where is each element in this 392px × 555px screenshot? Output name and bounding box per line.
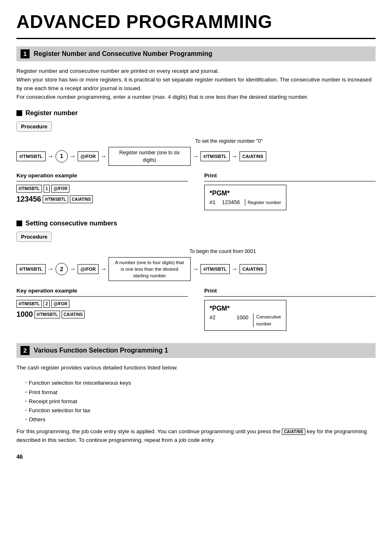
small-box-for1: @/FOR [51,185,69,193]
flow2-key4: CA/AT/NS [240,264,266,274]
example-print-row1: Key operation example #/TM/SBTL 1 @/FOR … [16,172,376,210]
small-box-htm1: #/TM/SBTL [16,185,42,193]
key-op-value1: 123456 [16,194,41,205]
print-num1: #1 [210,198,215,207]
key-op-line1-1: #/TM/SBTL 1 @/FOR [16,185,188,193]
flow2-key1: #/TM/SBTL [16,264,46,274]
flow1-rect: Register number (one to six digits) [108,147,191,166]
small-box-htm3: #/TM/SBTL [16,300,42,308]
flow2-circle: 2 [55,263,68,275]
flow1-arrow5: → [231,151,238,161]
print-value1: 123456 [222,198,240,207]
footer-key: CA/AT/NS [282,429,305,435]
section1-number: 1 [21,49,30,58]
print-pgm1: *PGM* [210,188,281,198]
flow1-key3: #/TM/SBTL [201,151,230,162]
flow2-key2: @/FOR [78,264,99,274]
section2-number: 2 [21,346,30,355]
flow2-key3: #/TM/SBTL [201,264,230,274]
diagram1: To set the register number "0" #/TM/SBTL… [16,137,376,166]
flow1-arrow2: → [69,151,76,161]
subsection2-title: Setting consecutive numbers [16,218,376,228]
flow2-arrow5: → [231,264,238,274]
section1-header: 1 Register Number and Consecutive Number… [16,46,376,61]
key-op-line2-2: 1000 #/TM/SBTL CA/AT/NS [16,309,188,320]
intro-line1: Register number and consecutive number a… [16,67,376,76]
print-header2: Print [204,287,376,297]
key-op-value2: 1000 [16,309,33,320]
print-value2: 1000 [237,313,249,322]
small-box-for2: @/FOR [51,300,69,308]
procedure-badge-2: Procedure [16,232,52,242]
diagram2-label: To begin the count from 0001 [70,248,376,255]
flow1-key2: @/FOR [78,151,99,162]
procedure-badge-1: Procedure [16,121,52,132]
example-print-row2: Key operation example #/TM/SBTL 2 @/FOR … [16,287,376,331]
flow2-arrow2: → [69,264,76,274]
flow1-circle: 1 [55,150,68,163]
small-box-2: 2 [44,300,50,308]
example-col2: Key operation example #/TM/SBTL 2 @/FOR … [16,287,188,331]
small-box-1: 1 [44,185,50,193]
print-header1: Print [204,172,376,181]
intro-line2: When your store has two or more register… [16,76,376,93]
section2-footer: For this programming, the job code entry… [16,427,376,445]
small-box-caans1: CA/AT/NS [70,195,93,203]
bullet4: Function selection for tax [23,406,376,415]
section2-title: Various Function Selection Programming 1 [34,346,168,355]
key-op-line1-2: 123456 #/TM/SBTL CA/AT/NS [16,194,188,205]
subsection2: Setting consecutive numbers Procedure To… [16,218,376,331]
small-box-htm2: #/TM/SBTL [43,195,68,203]
small-box-caans2: CA/AT/NS [62,311,85,318]
bullet5: Others [23,416,376,424]
bullet2: Print format [23,388,376,397]
flow1-arrow4: → [192,151,199,161]
bullet1: Function selection for miscellaneous key… [23,379,376,387]
intro-line3: For consecutive number programming, ente… [16,93,376,102]
print-pgm2: *PGM* [210,304,281,313]
print-label1: Register number [245,199,281,206]
flow1-key1: #/TM/SBTL [16,151,46,162]
flow2-rect: A number (one to four digits) that is on… [108,257,191,281]
diagram2: To begin the count from 0001 #/TM/SBTL →… [16,248,376,281]
section2-header: 2 Various Function Selection Programming… [16,343,376,358]
key-op-line2-1: #/TM/SBTL 2 @/FOR [16,300,188,308]
flow1: #/TM/SBTL → 1 → @/FOR → Register number … [16,147,376,166]
print-box1: *PGM* #1 123456 Register number [204,185,286,210]
subsection1-title: Register number [16,108,376,118]
diagram1-label: To set the register number "0" [82,137,376,145]
page-number: 46 [16,453,376,461]
flow1-arrow1: → [47,151,54,161]
section2-intro: The cash register provides various detai… [16,364,376,372]
print-col2: Print *PGM* #2 1000 Consecutive number [204,287,376,331]
print-num2: #2 [210,313,215,322]
flow2-arrow3: → [100,264,107,274]
example-col1: Key operation example #/TM/SBTL 1 @/FOR … [16,172,188,210]
flow1-arrow3: → [100,151,107,161]
flow1-key4: CA/AT/NS [240,151,266,162]
print-col1: Print *PGM* #1 123456 Register number [204,172,376,210]
small-box-htm4: #/TM/SBTL [35,311,60,318]
print-row1: #1 123456 Register number [210,198,281,207]
footer-text1: For this programming, the job code entry… [16,428,280,434]
flow2-arrow1: → [47,264,54,274]
print-row2: #2 1000 Consecutive number [210,313,281,327]
example-header2: Key operation example [16,287,188,297]
section2-bullets: Function selection for miscellaneous key… [23,379,376,424]
flow2: #/TM/SBTL → 2 → @/FOR → A number (one to… [16,257,376,281]
page-title: ADVANCED PROGRAMMING [16,8,376,39]
bullet3: Receipt print format [23,397,376,406]
print-label2: Consecutive number [253,313,281,327]
flow2-arrow4: → [192,264,199,274]
example-header1: Key operation example [16,172,188,181]
section1-intro: Register number and consecutive number a… [16,67,376,102]
section1-title: Register Number and Consecutive Number P… [34,49,212,59]
print-box2: *PGM* #2 1000 Consecutive number [204,300,286,331]
subsection1: Register number Procedure To set the reg… [16,108,376,210]
